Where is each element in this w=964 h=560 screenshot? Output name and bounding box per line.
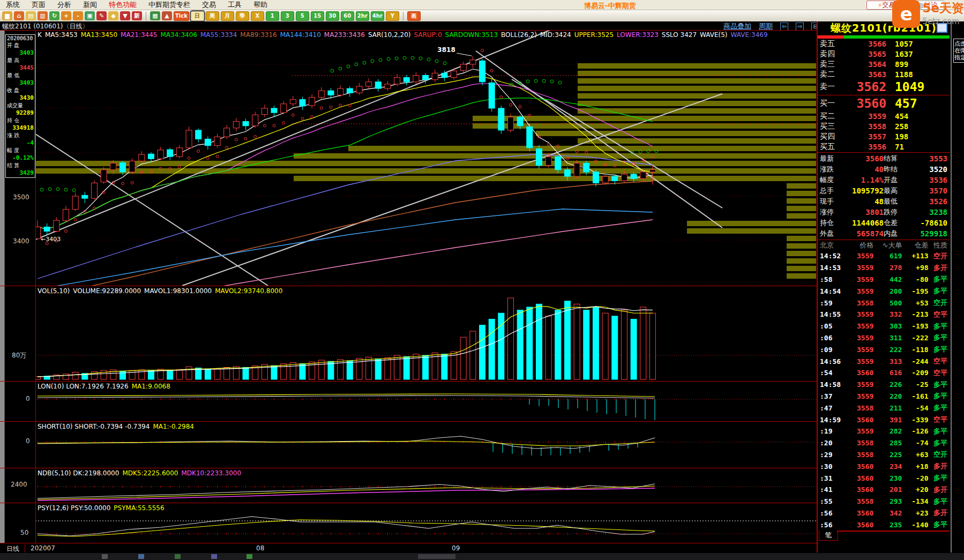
tick-row[interactable]: :583559442-80多平 [818,274,950,286]
menu-item-系统[interactable]: 系统 [0,0,26,10]
tick-row[interactable]: :543560616-209空平 [818,367,950,379]
period-button-Tick[interactable]: Tick [174,11,189,21]
book-separator [818,95,950,95]
print-icon[interactable]: ▥ [38,11,48,20]
info-label: 结 算 [7,162,34,169]
period-button-5[interactable]: 5 [296,11,309,21]
period-button-月[interactable]: 月 [221,11,234,21]
copy-icon[interactable]: ▣ [85,11,95,20]
tick-row[interactable]: :313560230-20多平 [818,472,950,484]
tick-row[interactable]: :303560234+18多开 [818,460,950,472]
tick-row[interactable]: :193559282-126多平 [818,425,950,437]
new-feature-icon[interactable]: 新 [132,11,142,20]
tick-row[interactable]: 14:523559619+113空开 [818,250,950,262]
period-button-X[interactable]: X [251,11,264,21]
vol-ind-segment: VOL(5,10) [38,287,70,295]
bid-row[interactable]: 买四3557198 [818,131,950,141]
period-button-4hr[interactable]: 4hr [371,11,384,21]
stat-label: 仓差 [884,218,906,228]
candle [602,173,608,184]
taskbar-icon[interactable] [138,554,144,559]
tick-row[interactable]: :373559220-161多平 [818,391,950,402]
taskbar-icon[interactable] [102,554,108,559]
tick-nature: 多开 [929,461,947,471]
period-button-60[interactable]: 60 [341,11,354,21]
menu-item-分析[interactable]: 分析 [51,0,77,10]
tick-row[interactable]: :093559222-118多平 [818,344,950,355]
taskbar-icon[interactable] [175,554,181,559]
period-button-Y[interactable]: Y [386,11,399,21]
period-button-30[interactable]: 30 [326,11,339,21]
period-button-日[interactable]: 日 [191,11,204,21]
tick-row[interactable]: :293558225+63空开 [818,449,950,461]
bid-price: 3558 [845,122,886,131]
tick-time: :37 [820,392,843,400]
menu-item-特色功能[interactable]: 特色功能 [103,0,143,10]
paint-icon[interactable]: ◆ [108,11,118,20]
tick-row[interactable]: :413560201+20多开 [818,484,950,496]
tick-oi-delta: -222 [902,334,928,342]
prev-period-icon[interactable]: ⇦ [780,23,788,31]
main-ind-segment: LOWER:3323 [617,31,659,39]
tick-time: :41 [820,486,843,494]
tick-row[interactable]: 14:563559313-244空平 [818,355,950,367]
tick-row[interactable]: :063559311-222多平 [818,332,950,344]
tick-row[interactable]: 14:533559278+98多开 [818,262,950,274]
home-icon[interactable]: ⌂ [14,11,24,20]
ask-row[interactable]: 卖一35621049 [818,79,950,94]
open-folder-icon[interactable]: ▆ [2,11,12,20]
period-button-季[interactable]: 季 [236,11,249,21]
bid-row[interactable]: 买二3559454 [818,111,950,121]
filter-icon[interactable]: ▼ [120,11,130,20]
period-cell[interactable]: 日线 [6,544,25,552]
zoom-in-icon[interactable]: + [61,11,71,20]
ask-row[interactable]: 卖四35651637 [818,49,950,59]
taskbar-icon[interactable] [211,554,217,559]
stat-value: -78610 [906,219,947,227]
tick-row[interactable]: :553558293-134多平 [818,496,950,507]
tick-price: 3559 [843,287,873,295]
tick-row[interactable]: :203558285-74多平 [818,437,950,449]
bid-row[interactable]: 买五355671 [818,141,950,152]
period-button-周[interactable]: 周 [206,11,219,21]
tick-row[interactable]: :563560235-140多平 [818,519,950,531]
taskbar-icon[interactable] [418,554,455,559]
tick-row[interactable]: :473558211-54多平 [818,402,950,414]
ask-row[interactable]: 卖五35661057 [818,39,950,49]
next-period-icon[interactable]: ⇨ [796,23,804,31]
ask-row[interactable]: 卖三3564899 [818,59,950,69]
news-page-icon[interactable]: ▤ [26,11,36,20]
menu-item-中辉期货专栏[interactable]: 中辉期货专栏 [143,0,196,10]
quote-table-icon[interactable]: ▦ [150,11,160,20]
tick-row[interactable]: 14:543559200-195多平 [818,285,950,297]
period-button-1[interactable]: 1 [266,11,279,21]
left-scroll-strip[interactable] [0,30,5,552]
zoom-out-icon[interactable]: - [73,11,83,20]
annotate-icon[interactable]: ✎ [96,11,107,20]
ask-row[interactable]: 卖二35631188 [818,69,950,79]
right-edge-strip[interactable]: 点击在弹指定 [951,21,964,552]
tick-row[interactable]: 14:593560391-339空平 [818,414,950,425]
tick-row[interactable]: 14:583559226-25多平 [818,379,950,391]
tick-row[interactable]: :053559303-193多平 [818,320,950,332]
period-button-3[interactable]: 3 [281,11,294,21]
menu-item-工具[interactable]: 工具 [222,0,248,10]
taskbar-icon[interactable] [246,554,252,559]
kline-chart-icon[interactable]: ▲ [162,11,172,20]
tick-row[interactable]: :593558500+53空开 [818,297,950,309]
draw-mode-button[interactable]: 画 [407,11,421,21]
bid-row[interactable]: 买一3560457 [818,96,950,111]
bid-row[interactable]: 买三3558258 [818,121,950,131]
menu-item-新闻[interactable]: 新闻 [77,0,103,10]
period-button-15[interactable]: 15 [311,11,324,21]
menu-item-帮助[interactable]: 帮助 [248,0,273,10]
tick-row[interactable]: 14:553559332-213空平 [818,309,950,320]
menu-item-页面[interactable]: 页面 [26,0,51,10]
tick-volume: 293 [873,497,902,505]
menu-item-交易[interactable]: 交易 [196,0,222,10]
candle [432,70,438,82]
period-button-2hr[interactable]: 2hr [356,11,369,21]
tab-tick-detail[interactable]: 笔 [819,531,838,541]
refresh-icon[interactable]: ↻ [49,11,59,20]
tick-row[interactable]: :563560342+23多开 [818,507,950,519]
